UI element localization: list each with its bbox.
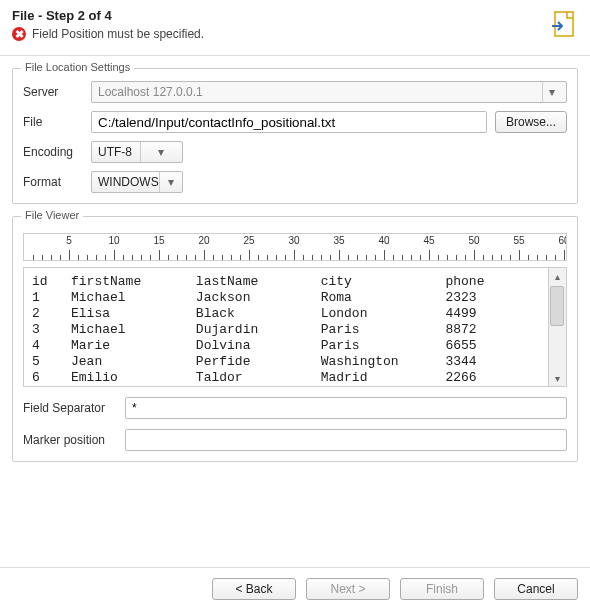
marker-position-input[interactable] (125, 429, 567, 451)
svg-rect-0 (555, 12, 573, 36)
ruler-number: 15 (153, 235, 164, 246)
field-separator-label: Field Separator (23, 401, 115, 415)
ruler-number: 5 (66, 235, 72, 246)
marker-position-label: Marker position (23, 433, 115, 447)
ruler-number: 40 (378, 235, 389, 246)
wizard-footer: < Back Next > Finish Cancel (0, 567, 590, 610)
chevron-down-icon: ▾ (159, 172, 182, 192)
ruler-number: 50 (468, 235, 479, 246)
scroll-down-icon[interactable]: ▾ (549, 370, 566, 386)
file-label: File (23, 115, 83, 129)
page-title: File - Step 2 of 4 (12, 8, 578, 23)
chevron-down-icon: ▾ (140, 142, 183, 162)
wizard-header: File - Step 2 of 4 ✖ Field Position must… (0, 0, 590, 56)
server-value: Localhost 127.0.0.1 (98, 85, 542, 99)
chevron-down-icon: ▾ (542, 82, 560, 102)
field-separator-input[interactable] (125, 397, 567, 419)
file-preview: id firstName lastName city phone 1 Micha… (23, 267, 549, 387)
back-button[interactable]: < Back (212, 578, 296, 600)
format-value: WINDOWS (98, 175, 159, 189)
error-row: ✖ Field Position must be specified. (12, 27, 578, 41)
wizard-page-icon (550, 10, 578, 43)
ruler-number: 10 (108, 235, 119, 246)
format-label: Format (23, 175, 83, 189)
group-title: File Location Settings (21, 61, 134, 73)
ruler-number: 55 (513, 235, 524, 246)
next-button: Next > (306, 578, 390, 600)
browse-button[interactable]: Browse... (495, 111, 567, 133)
file-location-group: File Location Settings Server Localhost … (12, 68, 578, 204)
encoding-select[interactable]: UTF-8 ▾ (91, 141, 183, 163)
server-label: Server (23, 85, 83, 99)
file-path-input[interactable] (91, 111, 487, 133)
scroll-thumb[interactable] (550, 286, 564, 326)
ruler-number: 35 (333, 235, 344, 246)
column-ruler[interactable]: 51015202530354045505560 (23, 233, 567, 261)
encoding-value: UTF-8 (98, 145, 140, 159)
preview-scrollbar[interactable]: ▴ ▾ (549, 267, 567, 387)
ruler-number: 20 (198, 235, 209, 246)
scroll-up-icon[interactable]: ▴ (549, 268, 566, 284)
ruler-number: 45 (423, 235, 434, 246)
encoding-label: Encoding (23, 145, 83, 159)
finish-button: Finish (400, 578, 484, 600)
group-title: File Viewer (21, 209, 83, 221)
format-select[interactable]: WINDOWS ▾ (91, 171, 183, 193)
file-viewer-group: File Viewer 51015202530354045505560 id f… (12, 216, 578, 462)
error-icon: ✖ (12, 27, 26, 41)
cancel-button[interactable]: Cancel (494, 578, 578, 600)
ruler-number: 60 (558, 235, 567, 246)
ruler-number: 25 (243, 235, 254, 246)
server-combo: Localhost 127.0.0.1 ▾ (91, 81, 567, 103)
ruler-number: 30 (288, 235, 299, 246)
error-message: Field Position must be specified. (32, 27, 204, 41)
